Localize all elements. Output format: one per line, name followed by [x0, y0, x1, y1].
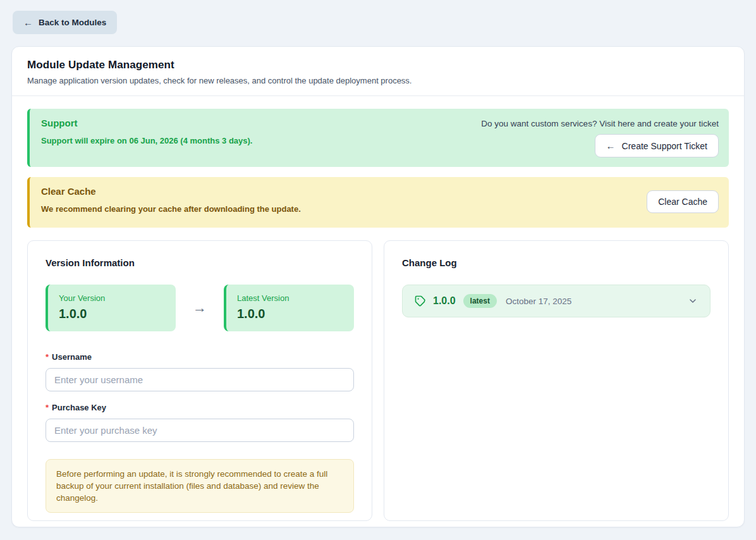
username-label: *Username [46, 352, 354, 362]
chevron-down-icon[interactable] [688, 296, 698, 306]
clear-cache-banner: Clear Cache We recommend clearing your c… [27, 177, 729, 228]
clear-cache-button-label: Clear Cache [658, 197, 707, 207]
version-information-title: Version Information [46, 257, 354, 268]
cache-banner-message: We recommend clearing your cache after d… [41, 204, 301, 214]
purchase-key-required-mark: * [46, 403, 49, 412]
version-arrow-icon: → [193, 300, 207, 316]
page-subtitle: Manage application version updates, chec… [27, 76, 729, 85]
purchase-key-label: *Purchase Key [46, 403, 354, 412]
back-button-label: Back to Modules [39, 18, 106, 27]
username-required-mark: * [46, 352, 49, 362]
support-banner-title: Support [41, 118, 252, 128]
cache-banner-title: Clear Cache [41, 186, 301, 197]
page-title: Module Update Management [27, 59, 729, 71]
changelog-date: October 17, 2025 [506, 297, 571, 306]
purchase-key-input[interactable] [46, 419, 354, 442]
changelog-panel: Change Log 1.0.0 latest October 17, 2025 [384, 240, 729, 521]
changelog-entry[interactable]: 1.0.0 latest October 17, 2025 [402, 285, 710, 317]
changelog-title: Change Log [402, 257, 710, 268]
changelog-version: 1.0.0 [433, 295, 456, 307]
back-arrow-icon: ← [23, 17, 33, 28]
support-cta-text: Do you want custom services? Visit here … [481, 119, 719, 128]
module-update-card: Module Update Management Manage applicat… [11, 46, 745, 527]
your-version-label: Your Version [59, 293, 165, 303]
clear-cache-button[interactable]: Clear Cache [647, 190, 719, 213]
create-support-ticket-label: Create Support Ticket [622, 141, 707, 151]
latest-version-box: Latest Version 1.0.0 [224, 285, 354, 331]
latest-version-value: 1.0.0 [237, 307, 343, 321]
your-version-box: Your Version 1.0.0 [46, 285, 176, 331]
version-information-panel: Version Information Your Version 1.0.0 →… [27, 240, 372, 521]
latest-badge: latest [463, 294, 497, 308]
support-expiry-message: Support will expire on 06 Jun, 2026 (4 m… [41, 136, 252, 145]
tag-icon [415, 295, 426, 307]
card-header: Module Update Management Manage applicat… [12, 47, 744, 96]
latest-version-label: Latest Version [237, 293, 343, 303]
create-support-ticket-button[interactable]: ← Create Support Ticket [595, 134, 719, 157]
your-version-value: 1.0.0 [59, 307, 165, 321]
ticket-arrow-icon: ← [606, 140, 616, 151]
support-banner: Support Support will expire on 06 Jun, 2… [27, 109, 729, 167]
back-to-modules-button[interactable]: ← Back to Modules [13, 11, 117, 34]
username-input[interactable] [46, 368, 354, 391]
backup-warning-note: Before performing an update, it is stron… [46, 459, 354, 513]
